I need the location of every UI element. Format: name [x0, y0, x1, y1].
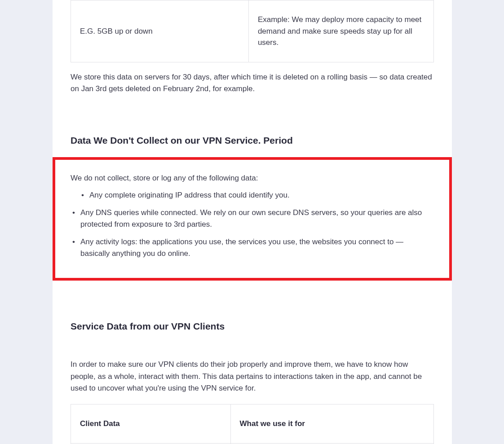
list-item: Any DNS queries while connected. We rely… — [71, 207, 434, 230]
section-heading-no-collect: Data We Don't Collect on our VPN Service… — [71, 135, 434, 146]
table-header-client-data: Client Data — [71, 404, 231, 444]
table-row: E.G. 5GB up or down Example: We may depl… — [71, 0, 434, 62]
data-collection-table: E.G. 5GB up or down Example: We may depl… — [71, 0, 434, 62]
section-heading-service-data: Service Data from our VPN Clients — [71, 321, 434, 332]
table-cell-example-left: E.G. 5GB up or down — [71, 0, 249, 62]
table-header-row: Client Data What we use it for — [71, 404, 434, 444]
highlighted-no-collect-box: We do not collect, store or log any of t… — [53, 157, 452, 281]
client-data-table: Client Data What we use it for OS Versio… — [71, 404, 434, 444]
list-item: Any activity logs: the applications you … — [71, 236, 434, 259]
storage-retention-paragraph: We store this data on servers for 30 day… — [71, 71, 434, 95]
no-collect-intro: We do not collect, store or log any of t… — [71, 172, 434, 184]
table-header-use: What we use it for — [230, 404, 433, 444]
no-collect-list: Any complete originating IP address that… — [71, 189, 434, 259]
service-data-intro: In order to make sure our VPN clients do… — [71, 359, 434, 394]
document-content: E.G. 5GB up or down Example: We may depl… — [53, 0, 452, 444]
table-cell-example-right: Example: We may deploy more capacity to … — [248, 0, 433, 62]
list-item: Any complete originating IP address that… — [71, 189, 434, 201]
